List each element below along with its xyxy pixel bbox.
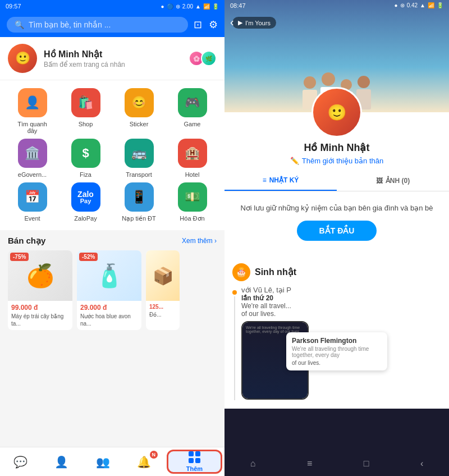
ban-chay-more[interactable]: Xem thêm › (182, 237, 217, 245)
birthday-section: 🎂 Sinh nhật với Vũ Lê, tại P lần thứ 20 … (224, 257, 449, 409)
grid-label-game: Game (184, 121, 201, 127)
product-price-1: 99.000 đ (11, 304, 69, 312)
them-sq-4 (195, 458, 200, 463)
grid-item-transport[interactable]: 🚌 Transport (117, 139, 162, 178)
birthday-desc: We're all travel... (241, 302, 441, 310)
nhatky-label: NHẬT KÝ (269, 176, 299, 184)
song-label: ▶ I'm Yours (232, 17, 276, 29)
hoadon-icon: 💵 (178, 182, 207, 212)
product-card-2[interactable]: -52% 🧴 29.000 đ Nước hoa blue avon na... (77, 250, 141, 330)
nav-notify[interactable]: 🔔 N (123, 447, 164, 476)
product-name-3: Đồ... (149, 311, 176, 318)
profile-name-right: Hồ Minh Nhật (304, 141, 370, 154)
discount-badge-1: -75% (10, 253, 29, 261)
profile-friends: 🌸 🌿 (189, 51, 217, 66)
left-panel: 09:57 ● 🔵 ⊛ 2.00 ▲ 📶 🔋 🔍 Tìm bạn bè, tin… (0, 0, 224, 476)
nav-chat[interactable]: 💬 (0, 447, 41, 476)
nav-them[interactable]: Thêm (167, 450, 222, 474)
grid-item-naptien[interactable]: 📱 Nạp tiền ĐT (117, 182, 162, 222)
product-info-3: 125... Đồ... (146, 301, 180, 321)
nhatky-icon: ≡ (263, 176, 267, 184)
right-nav-menu[interactable]: ≡ (307, 459, 312, 469)
them-label: Thêm (186, 465, 203, 472)
profile-section[interactable]: 🙂 Hồ Minh Nhật Bấm để xem trang cá nhân … (0, 37, 224, 80)
product-card-3[interactable]: 📦 125... Đồ... (146, 250, 180, 330)
anh-label: ẢNH (0) (386, 177, 410, 185)
grid-item-zalopay[interactable]: Zalo Pay ZaloPay (63, 182, 108, 222)
grid-item-game[interactable]: 🎮 Game (170, 88, 215, 134)
them-sq-1 (189, 451, 194, 456)
right-nav-square[interactable]: □ (364, 459, 369, 469)
products-row: -75% 🍊 99.000 đ Máy ép trái cây bằng ta.… (8, 250, 217, 330)
qr-icon[interactable]: ⊡ (194, 19, 202, 31)
product-info-2: 29.000 đ Nước hoa blue avon na... (77, 301, 141, 330)
notify-badge: N (150, 451, 158, 459)
grid-section: 👤 Tìm quanhđây 🛍️ Shop 😊 Sticker 🎮 Game … (0, 80, 224, 230)
grid-row-1: 👤 Tìm quanhđây 🛍️ Shop 😊 Sticker 🎮 Game (0, 86, 224, 136)
nav-contact[interactable]: 👤 (41, 447, 82, 476)
profile-name: Hồ Minh Nhật (44, 49, 182, 60)
popup-title: Parkson Flemington (292, 337, 382, 345)
grid-item-shop[interactable]: 🛍️ Shop (63, 88, 108, 134)
grid-item-hoadon[interactable]: 💵 Hóa Đơn (170, 182, 215, 222)
grid-label-naptien: Nạp tiền ĐT (122, 215, 155, 222)
product-img-2: -52% 🧴 (77, 250, 141, 301)
product-card-1[interactable]: -75% 🍊 99.000 đ Máy ép trái cây bằng ta.… (8, 250, 72, 330)
right-bottom-nav: ⌂ ≡ □ ‹ (224, 451, 449, 476)
product-info-1: 99.000 đ Máy ép trái cây bằng ta... (8, 301, 72, 330)
popup-sub: We're all traveling through time togethe… (292, 346, 382, 358)
groups-icon: 👥 (96, 455, 110, 469)
grid-item-sticker[interactable]: 😊 Sticker (117, 88, 162, 134)
grid-item-hotel[interactable]: 🏨 Hotel (170, 139, 215, 178)
grid-label-hoadon: Hóa Đơn (180, 215, 204, 222)
memory-text: Nơi lưu giữ những kỷ niệm của bạn bên gi… (236, 203, 438, 214)
grid-label-event: Event (24, 215, 40, 222)
anh-icon: 🖼 (376, 177, 383, 185)
chat-icon: 💬 (13, 455, 28, 469)
profile-avatar-right: 🙂 (311, 87, 362, 138)
bat-dau-button[interactable]: BẮT ĐẦU (297, 221, 377, 241)
back-button[interactable]: ‹ (230, 16, 234, 29)
right-nav-back[interactable]: ‹ (420, 459, 423, 469)
grid-item-event[interactable]: 📅 Event (10, 182, 55, 222)
status-bar-right: 08:47 ● ⊛ 0.42 ▲ 📶 🔋 (224, 0, 449, 12)
search-input-container[interactable]: 🔍 Tìm bạn bè, tin nhắn ... (7, 17, 188, 33)
profile-tabs: ≡ NHẬT KÝ 🖼 ẢNH (0) (224, 171, 449, 191)
transport-icon: 🚌 (125, 139, 154, 168)
event-icon: 📅 (18, 182, 47, 212)
grid-item-find[interactable]: 👤 Tìm quanhđây (10, 88, 55, 134)
add-bio-btn[interactable]: ✏️ Thêm giới thiệu bản thân (290, 157, 383, 165)
birthday-with: với Vũ Lê, tại P (241, 286, 441, 294)
grid-label-sticker: Sticker (130, 121, 149, 127)
settings-icon[interactable]: ⚙ (209, 19, 218, 31)
tab-nhatky[interactable]: ≡ NHẬT KÝ (224, 171, 337, 191)
grid-item-egov[interactable]: 🏛️ eGovern... (10, 139, 55, 178)
birthday-item-content: với Vũ Lê, tại P lần thứ 20 We're all tr… (241, 286, 441, 402)
grid-row-3: 📅 Event Zalo Pay ZaloPay 📱 Nạp tiền ĐT 💵… (0, 180, 224, 225)
phone-popup-area: We're all traveling through time togethe… (241, 321, 441, 402)
profile-sub: Bấm để xem trang cá nhân (44, 61, 182, 68)
right-nav-home[interactable]: ⌂ (250, 459, 256, 469)
birthday-title: Sinh nhật (255, 267, 296, 277)
tab-anh[interactable]: 🖼 ẢNH (0) (337, 171, 449, 191)
contact-icon: 👤 (54, 455, 68, 469)
product-price-3: 125... (149, 304, 176, 310)
grid-item-fiza[interactable]: $ Fiza (63, 139, 108, 178)
ban-chay-section: Bán chạy Xem thêm › -75% 🍊 99.000 đ Máy … (0, 230, 224, 476)
them-wrapper: Thêm (186, 451, 203, 472)
search-placeholder: Tìm bạn bè, tin nhắn ... (29, 20, 111, 29)
product-img-1: -75% 🍊 (8, 250, 72, 301)
product-img-3: 📦 (146, 250, 180, 301)
friend-avatar-2: 🌿 (201, 51, 217, 66)
hotel-icon: 🏨 (178, 139, 207, 168)
time-right: 08:47 (230, 2, 246, 10)
grid-label-transport: Transport (126, 171, 152, 178)
search-bar-icons: ⊡ ⚙ (194, 19, 218, 31)
product-price-2: 29.000 đ (80, 304, 138, 312)
egov-icon: 🏛️ (18, 139, 47, 168)
naptien-icon: 📱 (125, 182, 154, 212)
nav-groups[interactable]: 👥 (82, 447, 123, 476)
song-title: I'm Yours (245, 20, 271, 26)
birthday-dot (232, 290, 237, 295)
birthday-sub: of our lives. (241, 310, 441, 318)
